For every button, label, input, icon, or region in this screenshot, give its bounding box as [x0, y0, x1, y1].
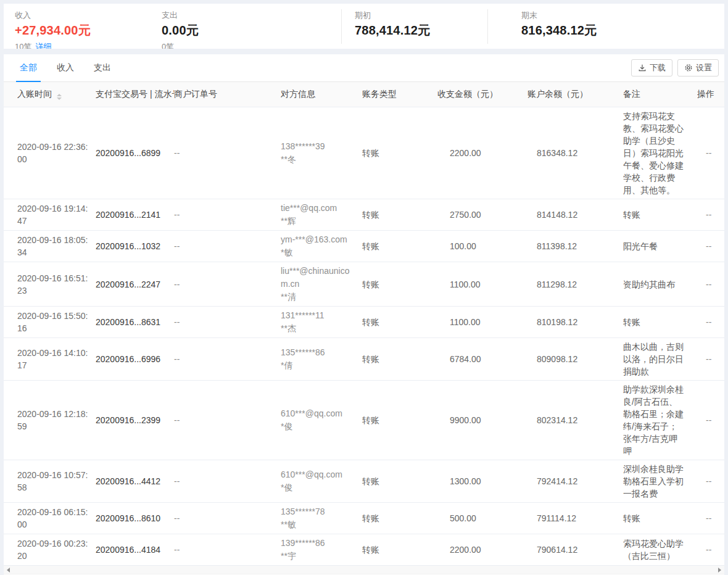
cell-merchant-order: --: [174, 307, 281, 338]
cell-remark: 支持索玛花支教、索玛花爱心助学（且沙史日）索玛花阳光午餐、爱心修建学校、行政费用…: [623, 107, 697, 199]
cell-transaction-id: 20200916...8631: [96, 307, 174, 338]
cell-entry-time: 2020-09-16 12:18:59: [4, 381, 96, 460]
cell-counterparty: 135******86 *倩: [281, 338, 362, 381]
column-header: 操作: [697, 82, 724, 107]
cell-account-type: 转账: [362, 199, 437, 231]
cell-account-type: 转账: [362, 338, 437, 381]
cell-amount: 9900.00: [437, 381, 527, 460]
cell-merchant-order: --: [174, 460, 281, 503]
summary-label: 支出: [162, 10, 178, 21]
cell-entry-time: 2020-09-16 16:51:23: [4, 262, 96, 307]
cell-transaction-id: 20200916...1032: [96, 231, 174, 262]
counterparty-account: 135******78: [281, 505, 356, 518]
cell-entry-time: 2020-09-16 10:57:58: [4, 460, 96, 503]
counterparty-name: **敏: [281, 518, 356, 531]
cell-amount: 1100.00: [437, 262, 527, 307]
table-row: 2020-09-16 22:36:00 20200916...6899 -- 1…: [4, 107, 724, 199]
horizontal-scrollbar[interactable]: [4, 566, 724, 574]
cell-entry-time: 2020-09-16 06:15:00: [4, 503, 96, 534]
settings-button[interactable]: 设置: [677, 59, 719, 77]
counterparty-account: 135******86: [281, 346, 356, 359]
summary-label: 期末: [521, 10, 537, 21]
cell-balance: 792414.12: [527, 460, 623, 503]
scrollbar-right-icon[interactable]: [718, 568, 721, 573]
cell-amount: 100.00: [437, 231, 527, 262]
sort-icon[interactable]: [57, 94, 62, 100]
cell-entry-time: 2020-09-16 00:23:20: [4, 534, 96, 566]
summary-divider: [487, 9, 488, 44]
column-header-label: 入账时间: [17, 89, 52, 99]
tab-label: 收入: [57, 62, 74, 73]
cell-account-type: 转账: [362, 307, 437, 338]
counterparty-account: 139******86: [281, 537, 356, 550]
cell-merchant-order: --: [174, 338, 281, 381]
cell-amount: 6784.00: [437, 338, 527, 381]
summary-sub: 10笔详细: [15, 41, 51, 49]
download-button[interactable]: 下载: [631, 59, 672, 77]
counterparty-account: ym-***@163.com: [281, 233, 356, 246]
column-header-label: 备注: [623, 89, 640, 99]
counterparty-account: 610***@qq.com: [281, 468, 356, 481]
table-header-row: 入账时间 支付宝交易号 | 流水号 商户订单号 对方信息 账务类型 收支金额（元…: [4, 82, 724, 107]
tab-item[interactable]: 全部: [19, 54, 38, 81]
column-header-label: 收支金额（元）: [437, 89, 498, 99]
cell-counterparty: ym-***@163.com *敏: [281, 231, 362, 262]
summary-value: 0.00元: [162, 22, 199, 39]
cell-account-type: 转账: [362, 262, 437, 307]
cell-merchant-order: --: [174, 262, 281, 307]
cell-counterparty: 139******86 **宇: [281, 534, 362, 566]
cell-merchant-order: --: [174, 534, 281, 566]
cell-account-type: 转账: [362, 460, 437, 503]
column-header-label: 账户余额（元）: [527, 89, 588, 99]
column-header-label: 支付宝交易号 | 流水号: [96, 89, 174, 99]
scrollbar-left-icon[interactable]: [7, 568, 10, 573]
table-row: 2020-09-16 12:18:59 20200916...2399 -- 6…: [4, 381, 724, 460]
cell-balance: 811298.12: [527, 262, 623, 307]
cell-merchant-order: --: [174, 107, 281, 199]
cell-balance: 814148.12: [527, 199, 623, 231]
tab-item[interactable]: 支出: [93, 54, 112, 81]
summary-value: 788,414.12元: [355, 22, 430, 39]
summary-card: 期末 816,348.12元: [487, 4, 724, 49]
cell-counterparty: 610***@qq.com *俊: [281, 460, 362, 503]
table-row: 2020-09-16 14:10:17 20200916...6996 -- 1…: [4, 338, 724, 381]
column-header-label: 账务类型: [362, 89, 397, 99]
column-header: 商户订单号: [174, 82, 281, 107]
transactions-panel: 全部收入支出 下载 设置: [4, 54, 724, 575]
counterparty-account: 610***@qq.com: [281, 407, 356, 420]
cell-counterparty: 610***@qq.com *俊: [281, 381, 362, 460]
table-row: 2020-09-16 19:14:47 20200916...2141 -- t…: [4, 199, 724, 231]
cell-amount: 1300.00: [437, 460, 527, 503]
transactions-table: 入账时间 支付宝交易号 | 流水号 商户订单号 对方信息 账务类型 收支金额（元…: [4, 82, 724, 566]
cell-remark: 深圳余桂良助学勒格石里入学初一报名费: [623, 460, 697, 503]
cell-action: --: [697, 262, 724, 307]
column-header: 对方信息: [281, 82, 362, 107]
column-header: 支付宝交易号 | 流水号: [96, 82, 174, 107]
cell-amount: 2200.00: [437, 107, 527, 199]
counterparty-account: tie***@qq.com: [281, 202, 356, 215]
cell-counterparty: tie***@qq.com **辉: [281, 199, 362, 231]
column-header-label: 操作: [697, 89, 714, 99]
summary-card: 期初 788,414.12元: [341, 4, 487, 49]
summary-detail-link[interactable]: 详细: [35, 42, 51, 49]
counterparty-account: 138******39: [281, 140, 356, 153]
cell-entry-time: 2020-09-16 14:10:17: [4, 338, 96, 381]
summary-cards: 收入 +27,934.00元 10笔详细 支出 0.00元 0笔 期初 788,…: [4, 4, 724, 49]
summary-card: 支出 0.00元 0笔: [162, 4, 341, 49]
counterparty-account: 131******11: [281, 309, 356, 322]
column-header: 收支金额（元）: [437, 82, 527, 107]
column-header: 备注: [623, 82, 697, 107]
download-icon: [638, 64, 647, 72]
column-header: 账务类型: [362, 82, 437, 107]
cell-account-type: 转账: [362, 231, 437, 262]
tab-list: 全部收入支出: [4, 54, 724, 81]
cell-account-type: 转账: [362, 534, 437, 566]
tab-item[interactable]: 收入: [56, 54, 75, 81]
counterparty-name: *敏: [281, 246, 356, 259]
cell-action: --: [697, 199, 724, 231]
cell-merchant-order: --: [174, 381, 281, 460]
cell-amount: 2200.00: [437, 534, 527, 566]
cell-transaction-id: 20200916...2141: [96, 199, 174, 231]
cell-transaction-id: 20200916...2247: [96, 262, 174, 307]
cell-counterparty: 131******11 **杰: [281, 307, 362, 338]
